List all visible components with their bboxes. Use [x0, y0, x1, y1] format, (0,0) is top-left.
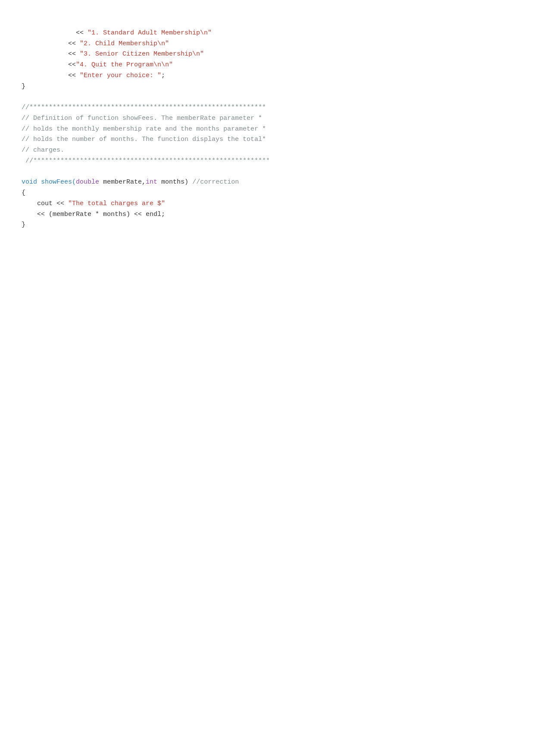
code-comment: // holds the monthly membership rate and…: [22, 125, 266, 133]
code-part: <<: [22, 40, 80, 47]
code-line-11: // holds the number of months. The funct…: [22, 136, 266, 143]
code-string: "1. Standard Adult Membership\n": [88, 29, 212, 37]
code-comment: //**************************************…: [22, 104, 266, 111]
code-part: << (memberRate * months) << endl;: [22, 211, 165, 218]
code-part: <<: [22, 50, 80, 58]
code-line-14: [22, 168, 25, 175]
code-line-8: //**************************************…: [22, 104, 266, 111]
code-part: <<: [22, 61, 76, 69]
code-line-7: [22, 93, 25, 100]
code-part: <<: [29, 29, 88, 37]
code-line-6: }: [22, 83, 25, 90]
code-line-18: << (memberRate * months) << endl;: [22, 211, 165, 218]
code-part: {: [22, 189, 25, 197]
code-line-1: << "1. Standard Adult Membership\n": [29, 29, 212, 37]
code-part: <<: [22, 72, 80, 79]
code-part: }: [22, 83, 25, 90]
code-line-3: << "3. Senior Citizen Membership\n": [22, 50, 204, 58]
code-comment: // charges.: [22, 147, 64, 154]
code-line-13: //**************************************…: [22, 157, 270, 165]
code-line-5: << "Enter your choice: ";: [22, 72, 165, 79]
code-string: "3. Senior Citizen Membership\n": [80, 50, 204, 58]
code-function: showFees(: [41, 178, 76, 186]
code-editor: << "1. Standard Adult Membership\n" << "…: [22, 17, 513, 231]
code-line-19: }: [22, 221, 25, 228]
code-string: "4. Quit the Program\n\n": [76, 61, 173, 69]
code-part: months): [157, 178, 192, 186]
code-part: ;: [161, 72, 165, 79]
code-line-4: <<"4. Quit the Program\n\n": [22, 61, 173, 69]
code-line-16: {: [22, 189, 25, 197]
code-line-9: // Definition of function showFees. The …: [22, 115, 262, 122]
code-string: "2. Child Membership\n": [80, 40, 169, 47]
code-line-12: // charges.: [22, 147, 64, 154]
code-part: [37, 178, 41, 186]
code-comment: // Definition of function showFees. The …: [22, 115, 262, 122]
code-part: }: [22, 221, 25, 228]
code-line-17: cout << "The total charges are $": [22, 200, 165, 207]
code-comment: // holds the number of months. The funct…: [22, 136, 266, 143]
code-line-15: void showFees(double memberRate,int mont…: [22, 178, 239, 186]
code-string: "The total charges are $": [68, 200, 165, 207]
code-part: cout <<: [22, 200, 68, 207]
code-type: double: [76, 178, 99, 186]
code-keyword: void: [22, 178, 37, 186]
code-comment: //correction: [192, 178, 239, 186]
code-line-2: << "2. Child Membership\n": [22, 40, 169, 47]
code-line-10: // holds the monthly membership rate and…: [22, 125, 266, 133]
code-part: memberRate,: [99, 178, 146, 186]
code-type: int: [146, 178, 157, 186]
code-string: "Enter your choice: ": [80, 72, 161, 79]
code-comment: //**************************************…: [22, 157, 270, 165]
